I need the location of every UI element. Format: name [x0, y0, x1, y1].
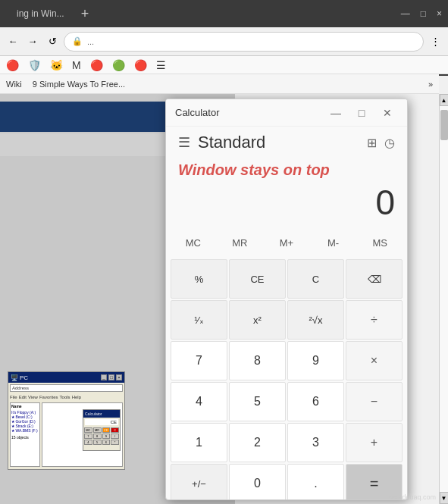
tab-add-button[interactable]: + [75, 6, 96, 22]
seven-button[interactable]: 7 [171, 341, 227, 380]
mini-calc-buttons: MC MR CE C 7 8 9 / 4 5 6 * [83, 427, 120, 446]
watermark-overlay: Window stays on top [166, 158, 407, 179]
eight-button[interactable]: 8 [229, 341, 286, 380]
history-icon[interactable]: ◷ [384, 136, 395, 150]
thumb-address-label: Address [12, 386, 29, 390]
address-text: ... [87, 37, 94, 46]
mini-btn-mul: * [111, 440, 119, 445]
thumb-menu-edit: Edit [19, 395, 27, 399]
mini-btn-6: 6 [102, 440, 111, 445]
calc-maximize-button[interactable]: □ [351, 102, 372, 124]
six-button[interactable]: 6 [287, 382, 344, 421]
scroll-down-button[interactable]: ▼ [440, 492, 449, 504]
thumb-menu-help: Help [72, 395, 81, 399]
scroll-up-button[interactable]: ▲ [440, 94, 449, 106]
tab-inactive-label: ing in Win... [17, 8, 64, 19]
bookmark-icon-5: 🔴 [90, 59, 103, 71]
bookmark-icon-7: 🔴 [134, 59, 147, 71]
thumbnail-right-panel: Calculator CE MC MR CE C 7 8 9 [42, 402, 123, 467]
thumb-pc-icon: 🖥️ [11, 374, 18, 381]
zero-button[interactable]: 0 [229, 464, 286, 500]
calculator-title: Calculator [175, 107, 325, 118]
mini-btn-ce: CE [102, 427, 111, 433]
thumb-menu-file: File [10, 395, 17, 399]
bookmark-wiki[interactable]: Wiki [6, 80, 22, 89]
scroll-thumb[interactable] [440, 110, 448, 140]
percent-button[interactable]: % [171, 259, 227, 299]
tab-inactive[interactable]: ing in Win... [6, 4, 75, 23]
thumbnail-title: PC [20, 374, 99, 381]
calc-close-button[interactable]: ✕ [377, 102, 398, 124]
bookmarks-row-2: Wiki 9 Simple Ways To Free... » [0, 74, 439, 94]
thumbnail-left-panel: Name It's Floppy (A:) ★ Besel (C:) ★ Gor… [10, 402, 40, 467]
memory-store-button[interactable]: MS [357, 229, 403, 256]
square-button[interactable]: x² [229, 300, 286, 340]
calculator-window-controls: — □ ✕ [325, 102, 398, 124]
calculator-titlebar: Calculator — □ ✕ [166, 99, 407, 127]
negate-button[interactable]: +/− [171, 464, 227, 500]
maximize-button[interactable]: □ [421, 8, 426, 19]
bookmarks-bar: 🔴 🛡️ 🐱 M 🔴 🟢 🔴 ☰ [0, 56, 448, 74]
clear-button[interactable]: C [287, 259, 344, 299]
bookmark-icon-2: 🛡️ [28, 59, 41, 71]
calculator-menu-icon[interactable]: ☰ [178, 134, 190, 151]
bookmark-icon-3: 🐱 [50, 59, 63, 71]
browser-tabs: ing in Win... + — □ × [0, 0, 448, 27]
multiply-button[interactable]: × [346, 341, 403, 380]
mini-btn-7: 7 [84, 434, 92, 439]
mini-calc-value: CE [111, 420, 117, 424]
thumbnail-calculator: Calculator CE MC MR CE C 7 8 9 [83, 409, 121, 451]
address-bar[interactable]: 🔒 ... [64, 32, 424, 52]
five-button[interactable]: 5 [229, 382, 286, 421]
calculator-header: ☰ Standard ⊞ ◷ [166, 127, 407, 158]
browser-chrome: ing in Win... + — □ × ← → ↺ 🔒 ... ⋮ 🔴 🛡️… [0, 0, 448, 76]
mini-calc-title-text: Calculator [85, 412, 102, 416]
screenshot-icon[interactable]: ⊞ [367, 136, 377, 150]
browser-toolbar: ← → ↺ 🔒 ... ⋮ [0, 27, 448, 56]
extensions-button[interactable]: ⋮ [427, 33, 443, 50]
clear-entry-button[interactable]: CE [229, 259, 286, 299]
memory-clear-button[interactable]: MC [171, 229, 216, 256]
calculator-mode-title: Standard [198, 133, 359, 152]
inverse-button[interactable]: ¹⁄ₓ [171, 300, 227, 340]
memory-buttons-row: MC MR M+ M- MS [166, 229, 407, 256]
minimize-button[interactable]: — [401, 8, 410, 19]
thumbnail-main-area: Name It's Floppy (A:) ★ Besel (C:) ★ Gor… [10, 402, 123, 467]
bookmark-icon-1: 🔴 [6, 59, 19, 71]
mini-btn-mc: MC [84, 427, 92, 433]
four-button[interactable]: 4 [171, 382, 227, 421]
memory-recall-button[interactable]: MR [218, 229, 263, 256]
thumbnail-address-bar: Address [10, 384, 123, 392]
nine-button[interactable]: 9 [287, 341, 344, 380]
memory-add-button[interactable]: M+ [264, 229, 309, 256]
calculator-buttons-grid: % CE C ⌫ ¹⁄ₓ x² ²√x ÷ 7 8 9 × 4 5 6 − 1 … [166, 259, 407, 500]
decimal-button[interactable]: . [287, 464, 344, 500]
bookmark-article[interactable]: 9 Simple Ways To Free... [33, 80, 125, 89]
thumb-menu-view: View [28, 395, 38, 399]
forward-button[interactable]: → [24, 33, 41, 50]
close-button[interactable]: × [437, 8, 442, 19]
divide-button[interactable]: ÷ [346, 300, 403, 340]
three-button[interactable]: 3 [287, 423, 344, 462]
backspace-button[interactable]: ⌫ [346, 259, 403, 299]
memory-subtract-button[interactable]: M- [311, 229, 356, 256]
back-button[interactable]: ← [5, 33, 21, 50]
thumb-close: × [116, 374, 122, 380]
one-button[interactable]: 1 [171, 423, 227, 462]
more-bookmarks-button[interactable]: » [428, 80, 433, 89]
thumbnail-titlebar: 🖥️ PC _ □ × [8, 372, 124, 383]
mini-calc-display: CE [85, 419, 118, 425]
calculator-window: Calculator — □ ✕ ☰ Standard ⊞ ◷ Window s… [165, 99, 408, 500]
subtract-button[interactable]: − [346, 382, 403, 421]
mini-calc-titlebar: Calculator [83, 410, 120, 418]
add-button[interactable]: + [346, 423, 403, 462]
sqrt-button[interactable]: ²√x [287, 300, 344, 340]
page-watermark: www.deuaq.com [386, 493, 436, 501]
refresh-button[interactable]: ↺ [44, 33, 61, 50]
scrollbar[interactable]: ▲ ▼ [439, 94, 448, 504]
calculator-display: 0 [166, 179, 407, 229]
two-button[interactable]: 2 [229, 423, 286, 462]
bookmark-icon-8: ☰ [156, 59, 166, 71]
mini-btn-c: C [111, 427, 119, 433]
calc-minimize-button[interactable]: — [325, 102, 346, 124]
